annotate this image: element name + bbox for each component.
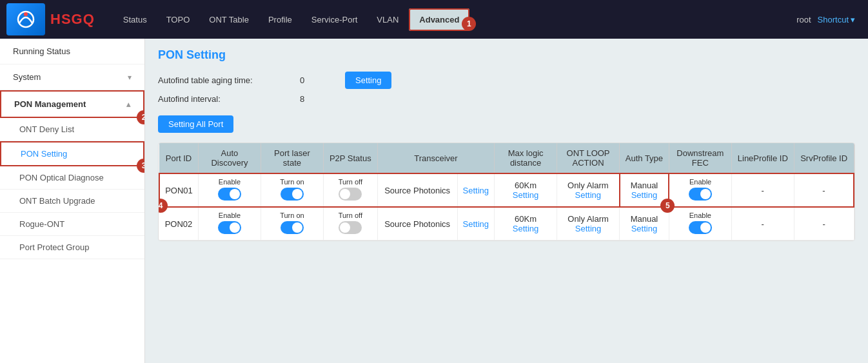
sidebar-item-ont-deny-list[interactable]: ONT Deny List xyxy=(0,118,144,141)
table-row: PON02 Enable Turn on Turn off xyxy=(159,207,854,240)
cell-line-profile: - xyxy=(731,207,794,240)
annotation-badge-1: 1 xyxy=(462,17,476,31)
col-srv-profile: SrvProfile ID xyxy=(794,143,854,173)
nav-service-port[interactable]: Service-Port xyxy=(302,10,367,30)
cell-transceiver: Source Photonics xyxy=(377,173,457,207)
cell-port-id: PON01 4 xyxy=(159,173,198,207)
cell-srv-profile: - xyxy=(794,173,854,207)
pon-table: Port ID Auto Discovery Port laser state … xyxy=(158,142,855,241)
col-port-id: Port ID xyxy=(159,143,198,173)
autofind-interval-value: 8 xyxy=(300,94,332,104)
cell-auto-disc: Enable xyxy=(198,173,261,207)
cell-transceiver-setting[interactable]: Setting xyxy=(457,173,495,207)
autofind-aging-value: 0 xyxy=(300,75,332,85)
p2p-toggle-1[interactable] xyxy=(339,188,362,201)
auto-disc-toggle-1[interactable] xyxy=(218,188,241,201)
cell-auth-type: Manual Setting 5 xyxy=(620,173,669,207)
sidebar-item-pon-management[interactable]: PON Management ▴ xyxy=(0,90,144,118)
cell-ont-loop: Only Alarm Setting xyxy=(557,173,620,207)
cell-line-profile: - xyxy=(731,173,794,207)
sidebar-item-system[interactable]: System ▾ xyxy=(0,64,144,90)
cell-downstream: Enable xyxy=(669,207,731,240)
setting-all-port-button[interactable]: Setting All Port xyxy=(158,115,233,133)
page-title: PON Setting xyxy=(158,48,855,62)
sidebar-item-rogue-ont[interactable]: Rogue-ONT xyxy=(0,213,144,236)
svg-point-1 xyxy=(24,12,28,16)
sidebar-item-ont-batch-upgrade[interactable]: ONT Batch Upgrade xyxy=(0,190,144,213)
cell-max-logic: 60Km Setting xyxy=(495,173,557,207)
header-right: root Shortcut ▾ xyxy=(796,15,862,25)
col-max-logic: Max logic distance xyxy=(495,143,557,173)
col-auto-disc: Auto Discovery xyxy=(198,143,261,173)
col-transceiver: Transceiver xyxy=(377,143,494,173)
max-logic-setting-2[interactable]: Setting xyxy=(513,224,538,233)
col-auth-type: Auth Type xyxy=(620,143,669,173)
max-logic-setting-1[interactable]: Setting xyxy=(513,190,538,200)
chevron-down-icon: ▾ xyxy=(128,73,132,82)
downstream-toggle-2[interactable] xyxy=(689,221,712,234)
auth-type-setting-1[interactable]: Setting xyxy=(631,190,657,200)
nav-topo[interactable]: TOPO xyxy=(157,10,199,30)
table-row: PON01 4 Enable Turn on Turn off xyxy=(159,173,854,207)
nav-ont-table[interactable]: ONT Table xyxy=(200,10,258,30)
cell-p2p: Turn off xyxy=(323,207,377,240)
cell-p2p: Turn off xyxy=(323,173,377,207)
header: HSGQ Status TOPO ONT Table Profile Servi… xyxy=(0,0,868,39)
nav-vlan[interactable]: VLAN xyxy=(368,10,408,30)
autofind-interval-label: Autofind interval: xyxy=(158,94,287,104)
nav-items: Status TOPO ONT Table Profile Service-Po… xyxy=(114,10,796,30)
p2p-toggle-2[interactable] xyxy=(339,221,362,234)
cell-port-laser: Turn on xyxy=(261,207,323,240)
cell-port-laser: Turn on xyxy=(261,173,323,207)
cell-ont-loop: Only Alarm Setting xyxy=(557,207,620,240)
port-laser-toggle-2[interactable] xyxy=(281,221,304,234)
col-line-profile: LineProfile ID xyxy=(731,143,794,173)
setting-button[interactable]: Setting xyxy=(345,72,391,89)
logo-area: HSGQ xyxy=(6,3,95,35)
ont-loop-setting-1[interactable]: Setting xyxy=(575,190,601,200)
autofind-aging-row: Autofind table aging time: 0 Setting xyxy=(158,72,855,89)
logo-box xyxy=(6,3,45,35)
cell-port-id: PON02 xyxy=(159,207,198,240)
sidebar-item-pon-setting[interactable]: PON Setting xyxy=(0,141,144,166)
chevron-down-icon: ▾ xyxy=(851,15,855,25)
col-ont-loop: ONT LOOP ACTION xyxy=(557,143,620,173)
table-header-row: Port ID Auto Discovery Port laser state … xyxy=(159,143,854,173)
cell-downstream: Enable xyxy=(669,173,731,207)
user-label: root xyxy=(796,15,811,25)
sidebar-item-running-status[interactable]: Running Status xyxy=(0,39,144,64)
shortcut-button[interactable]: Shortcut ▾ xyxy=(818,15,855,25)
col-port-laser: Port laser state xyxy=(261,143,323,173)
chevron-up-icon: ▴ xyxy=(126,100,130,109)
auto-disc-toggle-2[interactable] xyxy=(218,221,241,234)
autofind-aging-label: Autofind table aging time: xyxy=(158,75,287,85)
nav-profile[interactable]: Profile xyxy=(259,10,301,30)
nav-status[interactable]: Status xyxy=(114,10,156,30)
sidebar: Running Status System ▾ PON Management ▴… xyxy=(0,39,145,363)
auth-type-setting-2[interactable]: Setting xyxy=(631,224,657,233)
ont-loop-setting-2[interactable]: Setting xyxy=(575,224,601,233)
main-content: PON Setting Autofind table aging time: 0… xyxy=(145,39,868,363)
sidebar-item-port-protect-group[interactable]: Port Protect Group xyxy=(0,236,144,259)
downstream-toggle-1[interactable] xyxy=(689,188,712,201)
col-downstream: Downstream FEC xyxy=(669,143,731,173)
cell-max-logic: 60Km Setting xyxy=(495,207,557,240)
autofind-interval-row: Autofind interval: 8 xyxy=(158,94,855,104)
sidebar-item-pon-optical-diagnose[interactable]: PON Optical Diagnose xyxy=(0,166,144,190)
logo-text: HSGQ xyxy=(50,11,95,28)
pon-settings-table: Port ID Auto Discovery Port laser state … xyxy=(159,143,854,240)
cell-auth-type: Manual Setting xyxy=(620,207,669,240)
col-p2p: P2P Status xyxy=(323,143,377,173)
cell-transceiver-setting[interactable]: Setting xyxy=(457,207,495,240)
cell-auto-disc: Enable xyxy=(198,207,261,240)
cell-srv-profile: - xyxy=(794,207,854,240)
port-laser-toggle-1[interactable] xyxy=(281,188,304,201)
cell-transceiver: Source Photonics xyxy=(377,207,457,240)
nav-advanced[interactable]: Advanced xyxy=(409,8,469,31)
layout: Running Status System ▾ PON Management ▴… xyxy=(0,39,868,363)
